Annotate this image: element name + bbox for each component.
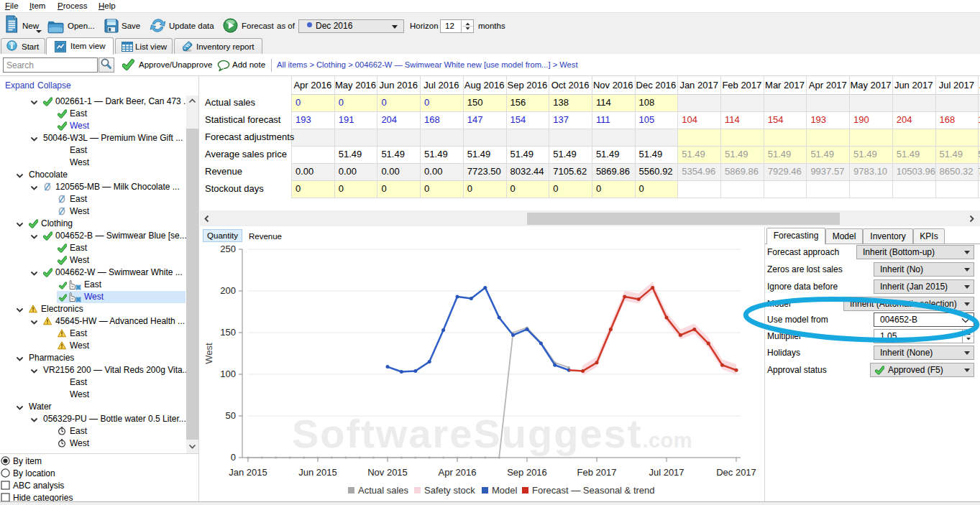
svg-text:Dec 2017: Dec 2017: [716, 467, 756, 478]
svg-text:Jul 2017: Jul 2017: [649, 467, 684, 478]
svg-text:Jun 2015: Jun 2015: [298, 467, 337, 478]
svg-text:250: 250: [220, 244, 236, 254]
svg-text:Apr 2016: Apr 2016: [439, 467, 477, 478]
svg-text:150: 150: [220, 327, 236, 338]
svg-text:Safety stock: Safety stock: [424, 485, 475, 496]
svg-text:0: 0: [231, 452, 236, 463]
svg-text:Sep 2016: Sep 2016: [507, 467, 547, 478]
svg-text:West: West: [203, 343, 214, 364]
svg-text:Jan 2015: Jan 2015: [229, 467, 267, 478]
svg-text:Actual sales: Actual sales: [358, 485, 409, 496]
svg-text:50: 50: [226, 410, 236, 421]
svg-text:Forecast — Seasonal & trend: Forecast — Seasonal & trend: [532, 485, 655, 496]
svg-text:200: 200: [220, 285, 236, 296]
svg-text:Feb 2017: Feb 2017: [577, 467, 617, 478]
svg-text:100: 100: [220, 369, 236, 379]
svg-text:Nov 2015: Nov 2015: [367, 467, 408, 478]
svg-text:Model: Model: [492, 485, 518, 496]
